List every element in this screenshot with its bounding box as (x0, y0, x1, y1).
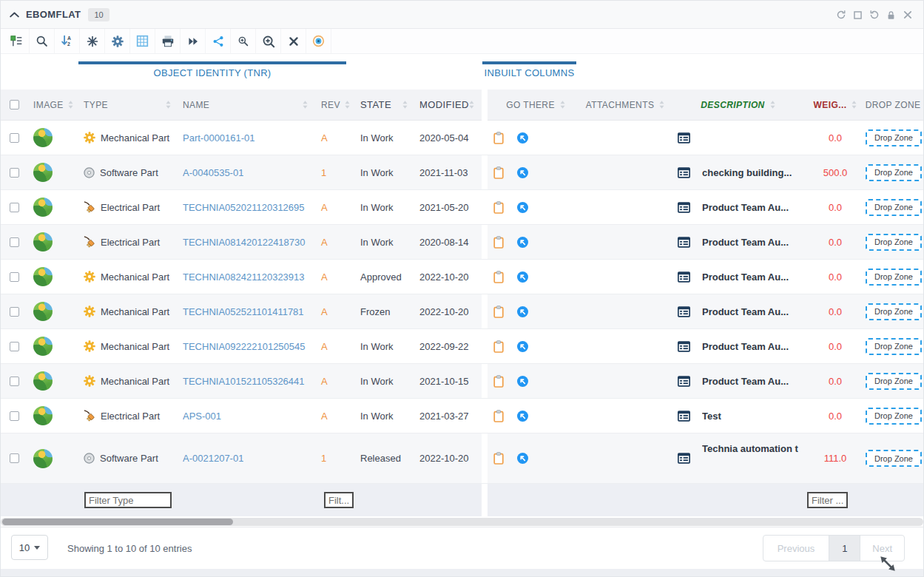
row-checkbox[interactable] (10, 203, 19, 212)
revision-link[interactable]: A (321, 237, 328, 248)
revision-link[interactable]: 1 (321, 453, 326, 464)
scrollbar-thumb[interactable] (2, 519, 233, 525)
lock-icon[interactable] (886, 10, 896, 20)
column-header-attachments[interactable]: ATTACHMENTS (586, 100, 655, 110)
clipboard-icon[interactable] (493, 375, 504, 388)
column-header-state[interactable]: STATE (360, 99, 391, 110)
name-link[interactable]: TECHNIA052521101411781 (183, 306, 304, 317)
go-there-icon[interactable] (517, 453, 528, 464)
sort-icon[interactable] (770, 101, 775, 109)
page-size-select[interactable]: 10 (11, 535, 48, 560)
description-form-icon[interactable] (678, 453, 690, 464)
description-form-icon[interactable] (678, 202, 690, 213)
snowflake-icon[interactable] (80, 29, 105, 53)
column-header-modified[interactable]: MODIFIED (419, 99, 469, 110)
sort-icon[interactable] (402, 101, 408, 109)
clipboard-icon[interactable] (493, 271, 504, 283)
share-icon[interactable] (206, 29, 231, 53)
sort-icon[interactable] (852, 101, 857, 109)
drop-zone-button[interactable]: Drop Zone (866, 408, 922, 425)
sort-icon[interactable] (68, 101, 73, 109)
sort-icon[interactable] (659, 101, 664, 109)
drop-zone-button[interactable]: Drop Zone (866, 164, 922, 181)
sort-icon[interactable] (166, 101, 171, 109)
clipboard-icon[interactable] (493, 410, 504, 422)
name-link[interactable]: TECHNIA052021120312695 (183, 202, 305, 213)
name-link[interactable]: APS-001 (183, 411, 221, 422)
part-thumbnail-image[interactable] (33, 128, 53, 147)
revision-link[interactable]: A (321, 341, 328, 352)
part-thumbnail-image[interactable] (33, 371, 53, 391)
revision-link[interactable]: A (321, 132, 328, 144)
name-link[interactable]: A-0021207-01 (183, 453, 243, 464)
go-there-icon[interactable] (517, 306, 528, 317)
revision-link[interactable]: A (321, 271, 328, 283)
column-header-description[interactable]: DESCRIPTION (701, 100, 764, 110)
name-link[interactable]: A-0040535-01 (183, 167, 243, 178)
go-there-icon[interactable] (517, 132, 528, 144)
drop-zone-button[interactable]: Drop Zone (866, 199, 922, 216)
column-header-type[interactable]: TYPE (84, 100, 108, 110)
row-checkbox[interactable] (10, 307, 19, 317)
table-grid-icon[interactable] (130, 29, 155, 53)
description-form-icon[interactable] (678, 271, 690, 283)
name-link[interactable]: TECHNIA101521105326441 (183, 376, 305, 387)
column-header-go-there[interactable]: GO THERE (506, 100, 555, 110)
row-checkbox[interactable] (10, 453, 19, 463)
row-checkbox[interactable] (10, 377, 19, 386)
go-there-icon[interactable] (517, 376, 528, 387)
revision-link[interactable]: A (321, 306, 328, 317)
filter-type-input[interactable] (84, 492, 172, 508)
part-thumbnail-image[interactable] (33, 163, 53, 182)
drop-zone-button[interactable]: Drop Zone (866, 129, 922, 146)
description-form-icon[interactable] (678, 167, 690, 178)
filter-rev-input[interactable] (324, 492, 354, 508)
refresh-icon[interactable] (836, 10, 846, 20)
settings-gear-icon[interactable] (105, 29, 130, 53)
part-thumbnail-image[interactable] (33, 449, 53, 468)
drop-zone-button[interactable]: Drop Zone (866, 303, 922, 320)
clipboard-icon[interactable] (493, 132, 504, 144)
go-there-icon[interactable] (517, 167, 528, 178)
revision-link[interactable]: A (321, 376, 328, 387)
name-link[interactable]: TECHNIA082421120323913 (183, 271, 305, 283)
close-icon[interactable] (903, 10, 913, 20)
column-header-weight[interactable]: WEIG... (814, 100, 847, 110)
sort-icon[interactable] (560, 101, 565, 109)
clipboard-icon[interactable] (493, 340, 504, 353)
row-checkbox[interactable] (10, 133, 19, 143)
go-there-icon[interactable] (517, 411, 528, 422)
eye-icon[interactable] (306, 29, 331, 53)
row-checkbox[interactable] (10, 168, 19, 178)
resize-handle-icon[interactable] (878, 554, 899, 575)
description-form-icon[interactable] (678, 411, 690, 422)
part-thumbnail-image[interactable] (33, 406, 53, 425)
part-thumbnail-image[interactable] (33, 337, 53, 356)
go-there-icon[interactable] (517, 341, 528, 352)
sort-icon[interactable] (303, 101, 308, 109)
part-thumbnail-image[interactable] (33, 267, 53, 286)
row-checkbox[interactable] (10, 342, 19, 351)
column-header-name[interactable]: NAME (183, 100, 209, 110)
part-thumbnail-image[interactable] (33, 198, 53, 217)
go-there-icon[interactable] (517, 202, 528, 213)
drop-zone-button[interactable]: Drop Zone (866, 338, 922, 355)
clear-icon[interactable] (281, 29, 306, 53)
undo-icon[interactable] (869, 10, 880, 20)
revision-link[interactable]: 1 (321, 167, 326, 178)
part-thumbnail-image[interactable] (33, 232, 53, 252)
search-icon[interactable] (30, 29, 55, 53)
part-thumbnail-image[interactable] (33, 302, 53, 321)
select-all-checkbox[interactable] (10, 100, 19, 109)
description-form-icon[interactable] (678, 341, 690, 352)
name-link[interactable]: TECHNIA081420122418730 (183, 237, 306, 248)
name-link[interactable]: TECHNIA092222101250545 (183, 341, 306, 352)
zoom-in-icon[interactable] (256, 29, 281, 53)
description-form-icon[interactable] (678, 237, 690, 248)
clipboard-icon[interactable] (493, 306, 504, 318)
expand-structure-icon[interactable] (4, 29, 30, 53)
clipboard-icon[interactable] (493, 452, 504, 465)
row-checkbox[interactable] (10, 411, 19, 421)
column-header-rev[interactable]: REV (321, 100, 340, 110)
zoom-search-icon[interactable] (231, 29, 256, 53)
